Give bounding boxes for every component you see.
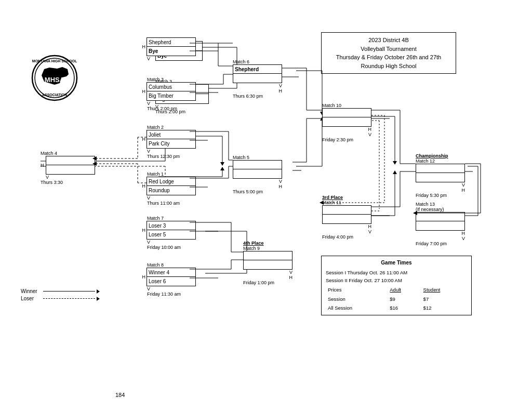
m1-h: Red Lodge bbox=[147, 177, 195, 186]
winner-label: Winner bbox=[21, 288, 42, 294]
session-row-label: Session bbox=[326, 295, 388, 303]
m7-v: Loser 5 bbox=[147, 230, 195, 239]
adult-label: Adult bbox=[388, 285, 421, 294]
m13-note: (If necessary) bbox=[416, 207, 465, 212]
game-times-title: Game Times bbox=[326, 259, 467, 267]
m5-h bbox=[233, 169, 282, 178]
m6-time: Thurs 6:30 pm bbox=[233, 94, 282, 99]
shep-v-row: Bye bbox=[147, 47, 195, 56]
title-line4: Roundup High School bbox=[327, 62, 450, 71]
m13-label: Match 13 bbox=[416, 202, 465, 207]
m3-time: Thurs 2:00 pm bbox=[140, 106, 196, 111]
m3-h: Columbus bbox=[147, 83, 195, 91]
m1-v: Roundup bbox=[147, 186, 195, 195]
m6-label: Match 6 bbox=[233, 59, 282, 64]
loser-label: Loser bbox=[21, 296, 42, 301]
session-adult: $9 bbox=[388, 295, 421, 303]
m11-time: Friday 4:00 pm bbox=[322, 234, 371, 240]
m9-top bbox=[244, 251, 292, 260]
m7-label: Match 7 bbox=[140, 216, 196, 221]
title-line1: 2023 District 4B bbox=[327, 36, 450, 45]
svg-marker-46 bbox=[393, 170, 397, 174]
m3-label: Match 3 bbox=[140, 77, 196, 82]
all-session-adult: $16 bbox=[388, 303, 421, 312]
page-number: 184 bbox=[115, 392, 125, 398]
m13-bot bbox=[416, 221, 464, 230]
m4-time: Thurs 3:30 bbox=[41, 180, 95, 185]
m8-v: Loser 6 bbox=[147, 277, 195, 286]
m12-time: Friday 5:30 pm bbox=[416, 193, 465, 198]
shep-h-row: Shepherd bbox=[147, 38, 195, 47]
m8-time: Friday 11:30 am bbox=[140, 291, 196, 297]
m2-v: Park City bbox=[147, 139, 195, 148]
m9-label: Match 9 bbox=[243, 246, 292, 251]
m9-time: Friday 1:00 pm bbox=[243, 280, 292, 285]
m10-bot bbox=[323, 117, 371, 126]
all-session-label: All Session bbox=[326, 303, 388, 312]
m2-h: Joliet bbox=[147, 130, 195, 139]
m12-label: Match 12 bbox=[416, 158, 465, 164]
m11-top bbox=[323, 206, 371, 215]
svg-text:ASSOCIATION: ASSOCIATION bbox=[42, 93, 67, 97]
m7-h: Loser 3 bbox=[147, 221, 195, 230]
m11-bot bbox=[323, 215, 371, 223]
svg-marker-33 bbox=[393, 161, 397, 165]
m4-v bbox=[46, 165, 95, 174]
session2-text: Session II Friday Oct. 27 10:00 AM bbox=[326, 276, 467, 284]
m5-time: Thurs 5:00 pm bbox=[233, 189, 282, 194]
m4-h bbox=[46, 156, 95, 165]
session-student: $7 bbox=[421, 295, 467, 303]
svg-text:MONTANA HIGH SCHOOL: MONTANA HIGH SCHOOL bbox=[32, 59, 77, 63]
m8-h: Winner 4 bbox=[147, 268, 195, 277]
prices-label: Prices bbox=[326, 285, 388, 294]
m13-time: Friday 7:00 pm bbox=[416, 241, 465, 246]
all-session-student: $12 bbox=[421, 303, 467, 312]
m5-v bbox=[233, 161, 282, 169]
student-label: Student bbox=[421, 285, 467, 294]
championship-label: Championship bbox=[416, 153, 465, 158]
m10-time: Friday 2:30 pm bbox=[322, 137, 371, 142]
m12-bot bbox=[416, 173, 464, 182]
m1-label: Match 1 bbox=[140, 171, 196, 177]
session1-text: Session I Thursday Oct. 26 11:00 AM bbox=[326, 269, 467, 276]
svg-text:MHSA: MHSA bbox=[45, 76, 65, 84]
svg-marker-18 bbox=[220, 162, 224, 166]
m13-top bbox=[416, 213, 464, 221]
title-line3: Thursday & Friday October 26th and 27th bbox=[327, 53, 450, 62]
svg-marker-15 bbox=[220, 167, 224, 170]
thirdplace-label: 3rd Place bbox=[322, 195, 371, 200]
m12-top bbox=[416, 164, 464, 173]
title-line2: Volleyball Tournament bbox=[327, 45, 450, 54]
m2-label: Match 2 bbox=[140, 125, 196, 130]
m1-time: Thurs 11:00 am bbox=[140, 201, 196, 206]
m10-label: Match 10 bbox=[322, 103, 371, 108]
m11-label: Match 11 bbox=[322, 200, 371, 205]
m9-bot bbox=[244, 260, 292, 269]
m4-label: Match 4 bbox=[41, 151, 95, 156]
m10-top bbox=[323, 109, 371, 117]
m6-h: Shepherd bbox=[233, 65, 282, 74]
m6-v bbox=[233, 74, 282, 83]
m3-v: Big Timber bbox=[147, 91, 195, 100]
m8-label: Match 8 bbox=[140, 262, 196, 268]
m2-time: Thurs 12:30 pm bbox=[140, 154, 196, 159]
m5-label: Match 5 bbox=[233, 155, 282, 160]
fourthplace-label: 4th Place bbox=[243, 241, 292, 246]
m7-time: Friday 10:00 am bbox=[140, 245, 196, 250]
